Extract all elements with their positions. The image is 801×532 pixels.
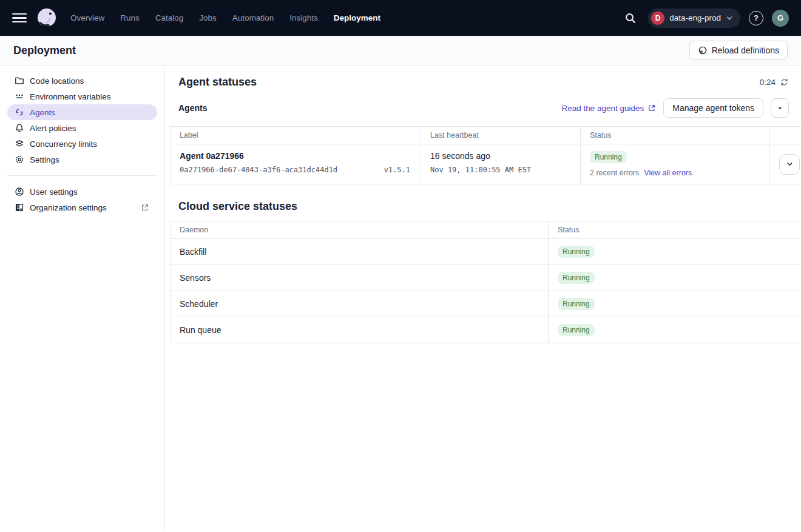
bell-icon [15,123,24,133]
sidebar-item-label: Concurrency limits [30,140,97,149]
column-header-daemon[interactable]: Daemon [171,221,548,239]
refresh-countdown: 0:24 [760,78,789,87]
help-glyph: ? [754,13,759,22]
topnav-right-group: D data-eng-prod ? G [621,8,789,28]
agent-label-cell: Agent 0a271966 0a271966-de67-4043-a3f6-a… [171,144,421,184]
agents-subsection-label: Agents [178,103,207,113]
agent-expand-cell [769,144,801,184]
daemon-name: Backfill [171,239,548,265]
agent-guides-link[interactable]: Read the agent guides [561,104,656,113]
code-location-icon [698,45,708,55]
status-badge: Running [558,324,595,336]
column-header-status[interactable]: Status [580,127,769,144]
deployment-name: data-eng-prod [669,13,721,22]
cloud-service-statuses-title: Cloud service statuses [178,200,789,213]
status-badge: Running [558,298,595,310]
help-icon[interactable]: ? [749,11,763,25]
column-header-label[interactable]: Label [171,127,421,144]
sidebar-divider [7,175,157,176]
sidebar-item-label: Alert policies [30,124,76,133]
reload-definitions-button[interactable]: Reload definitions [689,41,788,60]
user-icon [15,187,24,197]
sidebar-item-label: Environment variables [30,92,111,101]
dagster-logo-icon[interactable] [35,7,58,30]
sidebar-item-alert-policies[interactable]: Alert policies [7,120,157,136]
gear-icon [15,155,24,164]
manage-tokens-label: Manage agent tokens [672,103,754,113]
user-avatar[interactable]: G [772,10,789,27]
external-link-icon [647,104,656,112]
sidebar-item-label: Organization settings [30,203,107,212]
sidebar-item-user-settings[interactable]: User settings [7,184,157,200]
agent-name: Agent 0a271966 [180,151,411,161]
layers-icon [15,139,24,149]
nav-catalog[interactable]: Catalog [155,13,184,22]
nav-insights[interactable]: Insights [289,13,318,22]
view-all-errors-link[interactable]: View all errors [644,169,692,177]
refresh-icon[interactable] [780,78,789,87]
deployment-sidebar: Code locations Environment variables [0,66,165,531]
avatar-initial: G [777,13,783,22]
main-content: Agent statuses 0:24 Agents Read the agen… [165,66,801,531]
sidebar-item-label: User settings [30,187,78,197]
search-icon[interactable] [621,9,640,27]
building-icon [15,203,24,212]
daemon-status-cell: Running [548,239,801,265]
reload-definitions-label: Reload definitions [712,45,779,55]
sidebar-item-environment-variables[interactable]: Environment variables [7,89,157,104]
cloud-services-table: Daemon Status Backfill Running Sensors R… [170,221,801,343]
daemon-status-cell: Running [548,265,801,291]
daemon-name: Scheduler [171,291,548,317]
top-navigation-bar: Overview Runs Catalog Jobs Automation In… [0,0,801,36]
page-header: Deployment Reload definitions [0,36,801,66]
deployment-switcher[interactable]: D data-eng-prod [648,8,740,28]
hamburger-menu-icon[interactable] [12,11,27,25]
env-vars-icon [15,92,24,101]
nav-deployment[interactable]: Deployment [334,13,380,22]
expand-agent-row-button[interactable] [779,154,800,175]
chevron-down-icon [726,15,733,22]
nav-jobs[interactable]: Jobs [199,13,217,22]
agents-more-actions-button[interactable] [771,98,789,118]
agent-heartbeat-cell: 16 seconds ago Nov 19, 11:00:55 AM EST [421,144,580,184]
status-badge: Running [558,272,595,284]
agent-guides-label: Read the agent guides [561,104,644,113]
column-header-expand [769,127,801,144]
agents-table: Label Last heartbeat Status Agent 0a2719… [170,126,801,184]
recent-errors-text: 2 recent errors [590,169,639,177]
agent-statuses-title: Agent statuses [178,76,257,89]
sidebar-item-settings[interactable]: Settings [7,152,157,167]
caret-down-icon [777,105,783,112]
agent-version: v1.5.1 [384,166,410,174]
folder-icon [15,76,24,86]
daemon-name: Sensors [171,265,548,291]
countdown-value: 0:24 [760,78,776,87]
agent-status-cell: Running 2 recent errors View all errors [580,144,769,184]
external-link-icon [140,203,150,212]
daemon-status-cell: Running [548,291,801,317]
sidebar-item-organization-settings[interactable]: Organization settings [7,200,157,215]
agent-uuid: 0a271966-de67-4043-a3f6-aca31dc44d1d [180,166,337,174]
nav-automation[interactable]: Automation [232,13,274,22]
nav-overview[interactable]: Overview [70,13,104,22]
heartbeat-absolute: Nov 19, 11:00:55 AM EST [430,166,571,174]
agent-icon [15,107,24,117]
sidebar-item-agents[interactable]: Agents [7,104,157,120]
sidebar-item-label: Settings [30,155,59,164]
primary-nav: Overview Runs Catalog Jobs Automation In… [70,13,380,22]
column-header-heartbeat[interactable]: Last heartbeat [421,127,580,144]
daemon-name: Run queue [171,317,548,343]
sidebar-item-code-locations[interactable]: Code locations [7,73,157,89]
status-badge: Running [590,151,627,163]
deployment-initial-badge: D [651,12,664,25]
sidebar-item-label: Code locations [30,76,84,86]
manage-agent-tokens-button[interactable]: Manage agent tokens [663,98,763,118]
daemon-status-cell: Running [548,317,801,343]
heartbeat-relative: 16 seconds ago [430,151,571,161]
status-badge: Running [558,246,595,258]
page-title: Deployment [13,44,76,57]
sidebar-item-label: Agents [30,108,55,117]
nav-runs[interactable]: Runs [120,13,140,22]
sidebar-item-concurrency-limits[interactable]: Concurrency limits [7,136,157,152]
column-header-status[interactable]: Status [548,221,801,239]
